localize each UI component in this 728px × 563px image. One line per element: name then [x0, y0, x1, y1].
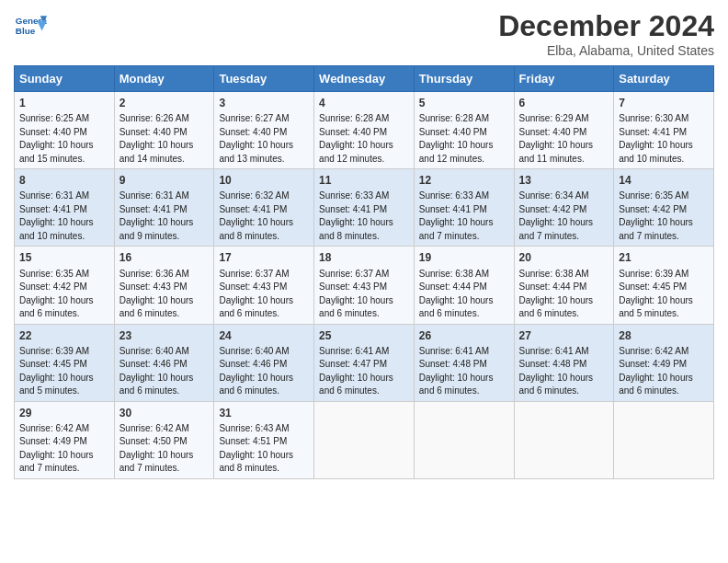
day-info: Sunrise: 6:27 AMSunset: 4:40 PMDaylight:… [219, 113, 293, 164]
calendar-cell: 13Sunrise: 6:34 AMSunset: 4:42 PMDayligh… [514, 169, 614, 247]
week-row-1: 1Sunrise: 6:25 AMSunset: 4:40 PMDaylight… [15, 92, 714, 169]
svg-text:Blue: Blue [16, 26, 36, 36]
day-number: 29 [19, 406, 109, 420]
day-info: Sunrise: 6:42 AMSunset: 4:49 PMDaylight:… [619, 346, 693, 396]
calendar-table: SundayMondayTuesdayWednesdayThursdayFrid… [14, 65, 714, 479]
day-number: 4 [319, 96, 409, 110]
day-info: Sunrise: 6:33 AMSunset: 4:41 PMDaylight:… [419, 190, 494, 241]
day-info: Sunrise: 6:41 AMSunset: 4:48 PMDaylight:… [419, 346, 494, 396]
calendar-cell: 14Sunrise: 6:35 AMSunset: 4:42 PMDayligh… [614, 169, 714, 247]
day-info: Sunrise: 6:38 AMSunset: 4:44 PMDaylight:… [419, 269, 494, 319]
day-number: 20 [519, 250, 609, 265]
logo: General Blue [14, 9, 47, 42]
days-header-row: SundayMondayTuesdayWednesdayThursdayFrid… [15, 66, 714, 92]
calendar-body: 1Sunrise: 6:25 AMSunset: 4:40 PMDaylight… [15, 92, 714, 479]
calendar-cell: 20Sunrise: 6:38 AMSunset: 4:44 PMDayligh… [514, 247, 614, 324]
day-number: 25 [319, 328, 409, 343]
day-info: Sunrise: 6:37 AMSunset: 4:43 PMDaylight:… [319, 269, 393, 319]
day-number: 10 [219, 173, 309, 188]
day-info: Sunrise: 6:39 AMSunset: 4:45 PMDaylight:… [619, 269, 693, 319]
day-number: 7 [619, 96, 709, 110]
week-row-4: 22Sunrise: 6:39 AMSunset: 4:45 PMDayligh… [15, 324, 714, 401]
calendar-cell: 21Sunrise: 6:39 AMSunset: 4:45 PMDayligh… [614, 247, 714, 324]
day-number: 13 [519, 173, 609, 188]
day-info: Sunrise: 6:41 AMSunset: 4:47 PMDaylight:… [319, 346, 393, 396]
day-info: Sunrise: 6:30 AMSunset: 4:41 PMDaylight:… [619, 113, 693, 164]
day-number: 12 [419, 173, 509, 188]
calendar-cell: 2Sunrise: 6:26 AMSunset: 4:40 PMDaylight… [114, 92, 214, 169]
title-block: December 2024 Elba, Alabama, United Stat… [498, 9, 714, 58]
day-number: 1 [19, 96, 109, 110]
day-info: Sunrise: 6:29 AMSunset: 4:40 PMDaylight:… [519, 113, 594, 164]
day-header-sunday: Sunday [15, 66, 115, 92]
calendar-cell: 18Sunrise: 6:37 AMSunset: 4:43 PMDayligh… [314, 247, 415, 324]
calendar-cell: 6Sunrise: 6:29 AMSunset: 4:40 PMDaylight… [514, 92, 614, 169]
day-number: 19 [419, 250, 509, 265]
calendar-cell: 28Sunrise: 6:42 AMSunset: 4:49 PMDayligh… [614, 324, 714, 401]
calendar-cell: 19Sunrise: 6:38 AMSunset: 4:44 PMDayligh… [414, 247, 514, 324]
day-header-monday: Monday [114, 66, 214, 92]
calendar-cell: 26Sunrise: 6:41 AMSunset: 4:48 PMDayligh… [414, 324, 514, 401]
calendar-cell: 12Sunrise: 6:33 AMSunset: 4:41 PMDayligh… [414, 169, 514, 247]
day-info: Sunrise: 6:36 AMSunset: 4:43 PMDaylight:… [119, 269, 194, 319]
day-number: 14 [619, 173, 709, 188]
day-number: 30 [119, 406, 210, 420]
page: General Blue December 2024 Elba, Alabama… [0, 0, 728, 563]
calendar-cell: 31Sunrise: 6:43 AMSunset: 4:51 PMDayligh… [214, 401, 314, 478]
day-info: Sunrise: 6:42 AMSunset: 4:49 PMDaylight:… [19, 423, 94, 474]
day-number: 8 [19, 173, 109, 188]
day-number: 5 [419, 96, 509, 110]
day-info: Sunrise: 6:33 AMSunset: 4:41 PMDaylight:… [319, 190, 393, 241]
day-info: Sunrise: 6:43 AMSunset: 4:51 PMDaylight:… [219, 423, 293, 474]
day-number: 23 [119, 328, 210, 343]
day-number: 28 [619, 328, 709, 343]
day-info: Sunrise: 6:31 AMSunset: 4:41 PMDaylight:… [119, 190, 194, 241]
day-info: Sunrise: 6:37 AMSunset: 4:43 PMDaylight:… [219, 269, 293, 319]
day-info: Sunrise: 6:26 AMSunset: 4:40 PMDaylight:… [119, 113, 194, 164]
week-row-3: 15Sunrise: 6:35 AMSunset: 4:42 PMDayligh… [15, 247, 714, 324]
day-header-thursday: Thursday [414, 66, 514, 92]
day-info: Sunrise: 6:35 AMSunset: 4:42 PMDaylight:… [19, 269, 94, 319]
day-number: 6 [519, 96, 609, 110]
day-header-friday: Friday [514, 66, 614, 92]
calendar-cell: 8Sunrise: 6:31 AMSunset: 4:41 PMDaylight… [15, 169, 115, 247]
week-row-5: 29Sunrise: 6:42 AMSunset: 4:49 PMDayligh… [15, 401, 714, 478]
calendar-cell: 17Sunrise: 6:37 AMSunset: 4:43 PMDayligh… [214, 247, 314, 324]
day-number: 27 [519, 328, 609, 343]
calendar-cell: 23Sunrise: 6:40 AMSunset: 4:46 PMDayligh… [114, 324, 214, 401]
week-row-2: 8Sunrise: 6:31 AMSunset: 4:41 PMDaylight… [15, 169, 714, 247]
calendar-cell: 29Sunrise: 6:42 AMSunset: 4:49 PMDayligh… [15, 401, 115, 478]
main-title: December 2024 [498, 9, 714, 43]
subtitle: Elba, Alabama, United States [498, 43, 714, 58]
calendar-header: SundayMondayTuesdayWednesdayThursdayFrid… [15, 66, 714, 92]
day-info: Sunrise: 6:34 AMSunset: 4:42 PMDaylight:… [519, 190, 594, 241]
day-info: Sunrise: 6:25 AMSunset: 4:40 PMDaylight:… [19, 113, 94, 164]
calendar-cell: 27Sunrise: 6:41 AMSunset: 4:48 PMDayligh… [514, 324, 614, 401]
calendar-cell: 9Sunrise: 6:31 AMSunset: 4:41 PMDaylight… [114, 169, 214, 247]
calendar-cell [414, 401, 514, 478]
day-header-saturday: Saturday [614, 66, 714, 92]
day-info: Sunrise: 6:40 AMSunset: 4:46 PMDaylight:… [119, 346, 194, 396]
day-number: 24 [219, 328, 309, 343]
day-header-wednesday: Wednesday [314, 66, 415, 92]
day-info: Sunrise: 6:42 AMSunset: 4:50 PMDaylight:… [119, 423, 194, 474]
header: General Blue December 2024 Elba, Alabama… [14, 9, 714, 58]
calendar-cell: 25Sunrise: 6:41 AMSunset: 4:47 PMDayligh… [314, 324, 415, 401]
day-number: 17 [219, 250, 309, 265]
calendar-cell [314, 401, 415, 478]
day-number: 22 [19, 328, 109, 343]
calendar-cell: 11Sunrise: 6:33 AMSunset: 4:41 PMDayligh… [314, 169, 415, 247]
calendar-cell [514, 401, 614, 478]
calendar-cell: 10Sunrise: 6:32 AMSunset: 4:41 PMDayligh… [214, 169, 314, 247]
day-number: 16 [119, 250, 210, 265]
calendar-cell: 22Sunrise: 6:39 AMSunset: 4:45 PMDayligh… [15, 324, 115, 401]
day-info: Sunrise: 6:32 AMSunset: 4:41 PMDaylight:… [219, 190, 293, 241]
calendar-cell: 15Sunrise: 6:35 AMSunset: 4:42 PMDayligh… [15, 247, 115, 324]
calendar-cell: 16Sunrise: 6:36 AMSunset: 4:43 PMDayligh… [114, 247, 214, 324]
day-info: Sunrise: 6:38 AMSunset: 4:44 PMDaylight:… [519, 269, 594, 319]
day-info: Sunrise: 6:28 AMSunset: 4:40 PMDaylight:… [319, 113, 393, 164]
calendar-cell: 1Sunrise: 6:25 AMSunset: 4:40 PMDaylight… [15, 92, 115, 169]
calendar-cell: 3Sunrise: 6:27 AMSunset: 4:40 PMDaylight… [214, 92, 314, 169]
day-info: Sunrise: 6:28 AMSunset: 4:40 PMDaylight:… [419, 113, 494, 164]
day-number: 11 [319, 173, 409, 188]
